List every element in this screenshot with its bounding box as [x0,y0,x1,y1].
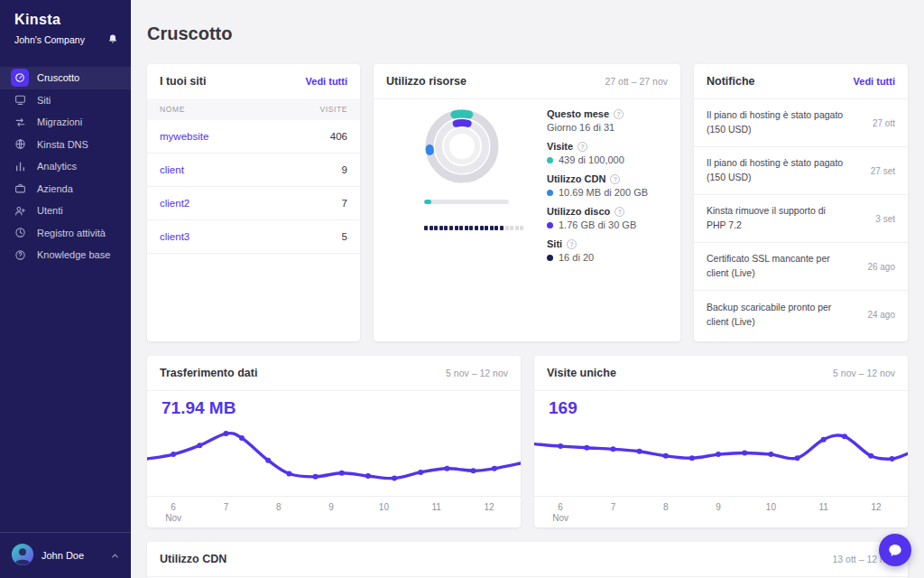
nav-label: Migrazioni [37,117,82,127]
unique-visits-title: Visite uniche [547,367,616,379]
sidebar-item-knowledge-base[interactable]: Knowledge base [0,244,131,266]
site-link[interactable]: client2 [160,198,189,209]
nav-label: Cruscotto [37,72,79,83]
migrations-icon [11,113,29,131]
chevron-up-icon [110,551,120,561]
sites-table-header: NOME VISITE [147,98,360,120]
list-item[interactable]: Il piano di hosting è stato pagato (150 … [694,147,908,195]
sidebar-item-migrazioni[interactable]: Migrazioni [0,111,131,134]
charts-row: Trasferimento dati 5 nov – 12 nov 71.94 … [147,356,908,527]
sidebar-item-kinsta-dns[interactable]: Kinsta DNS [0,134,131,156]
notifications-card: Notifiche Vedi tutti Il piano di hosting… [694,64,908,341]
info-icon[interactable] [614,207,624,217]
table-row: mywebsite 406 [147,120,360,154]
notification-text: Certificato SSL mancante per client (Liv… [707,252,844,281]
data-transfer-title: Trasferimento dati [160,367,257,379]
company-briefcase-icon [11,180,29,198]
sites-card: I tuoi siti Vedi tutti NOME VISITE myweb… [147,64,360,341]
sites-card-header: I tuoi siti Vedi tutti [147,64,360,98]
legend-item-cdn: Utilizzo CDN 10.69 MB di 200 GB [547,173,668,198]
resource-card-header: Utilizzo risorse 27 ott – 27 nov [374,64,680,99]
notification-text: Kinsta rimuove il supporto di PHP 7.2 [707,204,844,233]
info-icon[interactable] [614,109,624,119]
sidebar-item-analytics[interactable]: Analytics [0,155,131,178]
kinsta-logo: Kinsta [0,0,131,31]
list-item[interactable]: Kinsta rimuove il supporto di PHP 7.2 3 … [694,195,908,243]
table-row: client 9 [147,154,360,187]
sidebar-nav: Cruscotto Siti Migrazioni Kinsta DNS Ana… [0,67,131,266]
site-visits: 7 [342,198,347,209]
table-row: client2 7 [147,187,360,220]
top-cards-row: I tuoi siti Vedi tutti NOME VISITE myweb… [147,64,908,341]
legend-value: 10.69 MB di 200 GB [559,187,648,198]
site-link[interactable]: mywebsite [160,131,208,142]
resource-donut-chart [424,108,500,184]
info-icon[interactable] [567,239,577,249]
notification-time: 27 ott [873,118,895,128]
analytics-icon [11,157,29,175]
chat-widget-button[interactable] [879,534,911,566]
list-item[interactable]: Il piano di hosting è stato pagato (150 … [694,99,908,147]
notification-text: Backup scaricabile pronto per client (Li… [707,301,844,330]
legend-value: 1.76 GB di 30 GB [559,219,636,230]
data-transfer-line-chart [147,418,521,496]
bell-icon[interactable] [107,33,118,45]
notifications-view-all-link[interactable]: Vedi tutti [854,76,895,87]
unique-visits-card: Visite uniche 5 nov – 12 nov 169 6Nov789… [534,356,908,527]
nav-label: Knowledge base [37,249,110,260]
cdn-card-header: Utilizzo CDN 13 ott – 12 nov [147,542,908,577]
resource-card-body: Questo mese Giorno 16 di 31 Visite 439 d… [374,99,680,271]
table-row: client3 5 [147,220,360,254]
legend-label: Siti [547,238,562,249]
info-icon[interactable] [610,174,620,184]
site-visits: 5 [342,231,347,242]
resource-usage-card: Utilizzo risorse 27 ott – 27 nov [374,64,680,341]
data-transfer-x-axis: 6Nov789101112 [147,496,521,527]
dns-globe-icon [11,135,29,154]
sites-view-all-link[interactable]: Vedi tutti [306,76,347,87]
notification-time: 27 set [871,166,895,176]
notification-time: 26 ago [867,262,895,272]
nav-label: Registro attività [37,228,106,238]
legend-label: Visite [547,141,573,152]
activity-log-icon [11,224,29,242]
nav-label: Utenti [37,205,63,216]
company-switcher[interactable]: John's Company [0,31,131,54]
list-item[interactable]: Certificato SSL mancante per client (Liv… [694,243,908,291]
page-title: Cruscotto [147,23,908,44]
notification-text: Il piano di hosting è stato pagato (150 … [707,108,844,137]
resource-date-range: 27 ott – 27 nov [605,76,668,87]
legend-label: Questo mese [547,108,609,119]
dashboard-icon [11,69,29,87]
column-name: NOME [160,105,185,114]
cdn-dot [547,190,553,196]
site-link[interactable]: client3 [160,231,189,242]
notification-time: 24 ago [867,310,895,320]
resource-legend: Questo mese Giorno 16 di 31 Visite 439 d… [547,107,668,271]
site-visits: 406 [330,131,347,142]
cdn-usage-card: Utilizzo CDN 13 ott – 12 nov [147,542,908,578]
notifications-card-header: Notifiche Vedi tutti [694,64,908,99]
sidebar-item-azienda[interactable]: Azienda [0,178,131,200]
info-icon[interactable] [578,142,587,152]
notification-text: Il piano di hosting è stato pagato (150 … [707,156,844,185]
nav-label: Azienda [37,183,73,194]
list-item[interactable]: Backup scaricabile pronto per client (Li… [694,291,908,339]
legend-item-visits: Visite 439 di 100,000 [547,141,668,165]
site-link[interactable]: client [160,164,184,175]
sidebar-item-siti[interactable]: Siti [0,89,131,112]
users-icon [11,201,29,219]
sidebar-item-registro-attivita[interactable]: Registro attività [0,222,131,245]
site-visits: 9 [342,164,347,175]
sidebar-item-cruscotto[interactable]: Cruscotto [0,67,131,89]
sidebar-item-utenti[interactable]: Utenti [0,200,131,222]
notifications-card-title: Notifiche [707,75,754,88]
legend-value: 439 di 100,000 [559,154,624,165]
legend-item-disk: Utilizzo disco 1.76 GB di 30 GB [547,206,668,230]
legend-value: Giorno 16 di 31 [547,122,614,133]
disk-dot [547,222,553,228]
legend-label: Utilizzo disco [547,206,610,217]
user-menu[interactable]: John Doe [0,532,131,578]
unique-visits-line-chart [534,418,908,496]
unique-visits-header: Visite uniche 5 nov – 12 nov [534,356,908,391]
